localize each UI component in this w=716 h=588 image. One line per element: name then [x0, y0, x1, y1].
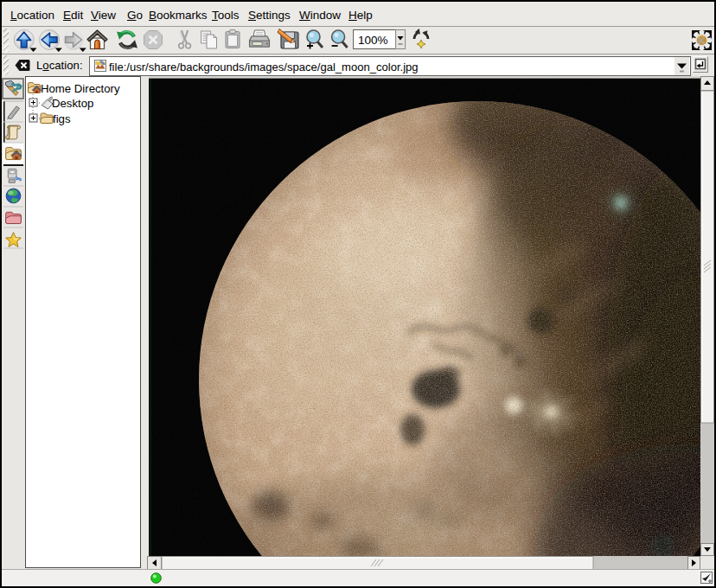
svg-text:100%: 100% [358, 34, 388, 47]
svg-text:Desktop: Desktop [52, 97, 93, 110]
svg-text:figs: figs [53, 112, 71, 125]
svg-text:Home Directory: Home Directory [41, 82, 120, 95]
svg-text:K: K [699, 35, 706, 46]
